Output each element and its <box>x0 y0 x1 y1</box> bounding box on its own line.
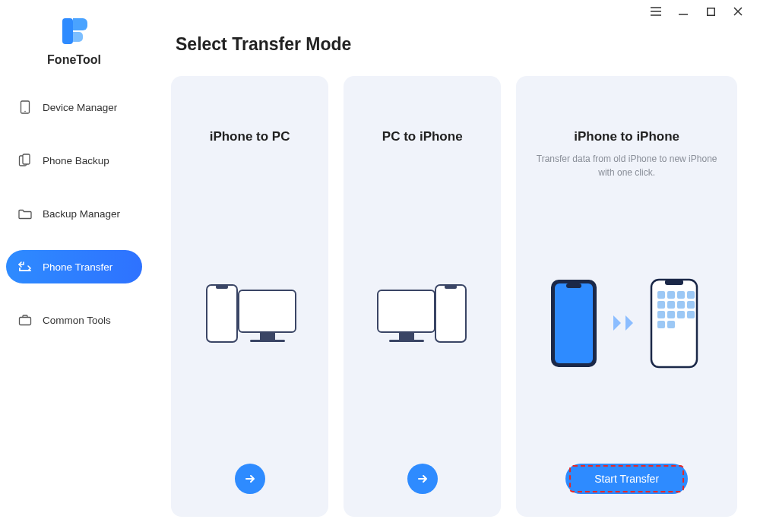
illustration-pc-to-iphone-icon <box>359 198 486 441</box>
svg-rect-8 <box>260 332 275 340</box>
card-title: iPhone to PC <box>210 129 290 144</box>
sidebar-item-device-manager[interactable]: Device Manager <box>6 90 142 124</box>
svg-rect-22 <box>657 291 665 299</box>
svg-rect-1 <box>62 18 73 44</box>
svg-rect-14 <box>389 340 424 342</box>
card-title: iPhone to iPhone <box>574 129 679 144</box>
app-name: FoneTool <box>47 53 101 67</box>
device-tablet-icon <box>18 100 32 114</box>
svg-rect-5 <box>23 154 30 164</box>
svg-rect-34 <box>657 321 665 328</box>
svg-rect-21 <box>665 280 683 285</box>
sidebar-item-label: Phone Transfer <box>43 261 112 273</box>
transfer-icon <box>18 260 32 274</box>
close-button[interactable] <box>733 6 743 17</box>
svg-rect-19 <box>566 283 581 288</box>
card-pc-to-iphone[interactable]: PC to iPhone <box>344 76 501 517</box>
svg-rect-0 <box>707 8 714 15</box>
go-button-pc-to-iphone[interactable] <box>407 464 438 494</box>
sidebar-item-label: Phone Backup <box>43 155 109 166</box>
briefcase-icon <box>18 313 32 327</box>
sidebar-item-label: Backup Manager <box>43 208 120 220</box>
app-root: FoneTool Device Manager Phone Backup Bac… <box>0 0 760 532</box>
svg-rect-29 <box>687 301 695 309</box>
card-iphone-to-pc[interactable]: iPhone to PC <box>171 76 328 517</box>
sidebar-item-label: Device Manager <box>43 102 117 113</box>
sidebar-item-common-tools[interactable]: Common Tools <box>6 303 142 337</box>
sidebar-item-backup-manager[interactable]: Backup Manager <box>6 197 142 230</box>
svg-rect-7 <box>239 290 296 332</box>
maximize-button[interactable] <box>705 6 716 17</box>
illustration-iphone-to-iphone-icon <box>531 210 722 441</box>
start-transfer-button[interactable]: Start Transfer <box>565 464 688 494</box>
card-description: Transfer data from old iPhone to new iPh… <box>531 152 722 179</box>
svg-rect-27 <box>667 301 675 309</box>
menu-button[interactable] <box>651 6 661 17</box>
svg-rect-15 <box>435 285 466 342</box>
transfer-mode-cards: iPhone to PC <box>171 76 737 517</box>
hamburger-icon <box>651 7 661 16</box>
window-titlebar <box>651 0 760 23</box>
maximize-icon <box>707 8 715 16</box>
arrow-right-icon <box>416 472 429 486</box>
svg-rect-11 <box>216 285 228 289</box>
card-footer <box>407 441 438 494</box>
folder-icon <box>18 207 32 220</box>
svg-rect-33 <box>687 311 695 318</box>
logo-mark-icon <box>59 15 90 47</box>
svg-rect-28 <box>677 301 685 309</box>
arrow-right-icon <box>243 472 257 486</box>
svg-point-3 <box>24 111 26 112</box>
svg-rect-23 <box>667 291 675 299</box>
svg-rect-9 <box>250 340 285 342</box>
svg-rect-24 <box>677 291 685 299</box>
svg-rect-13 <box>399 332 414 340</box>
go-button-iphone-to-pc[interactable] <box>235 464 265 494</box>
svg-rect-6 <box>20 318 31 325</box>
sidebar-nav: Device Manager Phone Backup Backup Manag… <box>0 81 148 347</box>
close-icon <box>733 7 743 16</box>
svg-rect-26 <box>657 301 665 309</box>
page-title: Select Transfer Mode <box>171 34 737 55</box>
card-title: PC to iPhone <box>382 129 463 144</box>
svg-rect-16 <box>445 285 457 289</box>
card-footer <box>235 441 265 494</box>
sidebar: FoneTool Device Manager Phone Backup Bac… <box>0 0 148 532</box>
card-footer: Start Transfer <box>565 441 688 494</box>
svg-rect-10 <box>207 285 237 342</box>
minimize-icon <box>679 7 688 16</box>
svg-rect-35 <box>667 321 675 328</box>
minimize-button[interactable] <box>678 6 689 17</box>
sidebar-item-label: Common Tools <box>43 315 111 326</box>
svg-rect-18 <box>555 283 593 363</box>
phone-copy-icon <box>18 154 32 167</box>
sidebar-item-phone-transfer[interactable]: Phone Transfer <box>6 250 142 283</box>
start-transfer-wrapper: Start Transfer <box>565 464 688 494</box>
illustration-iphone-to-pc-icon <box>186 198 313 441</box>
svg-rect-31 <box>667 311 675 318</box>
svg-rect-30 <box>657 311 665 318</box>
main-content: Select Transfer Mode iPhone to PC <box>148 0 760 532</box>
svg-rect-32 <box>677 311 685 318</box>
card-iphone-to-iphone[interactable]: iPhone to iPhone Transfer data from old … <box>516 76 737 517</box>
sidebar-item-phone-backup[interactable]: Phone Backup <box>6 144 142 177</box>
svg-rect-25 <box>687 291 695 299</box>
svg-rect-12 <box>378 290 435 332</box>
logo: FoneTool <box>0 15 148 67</box>
